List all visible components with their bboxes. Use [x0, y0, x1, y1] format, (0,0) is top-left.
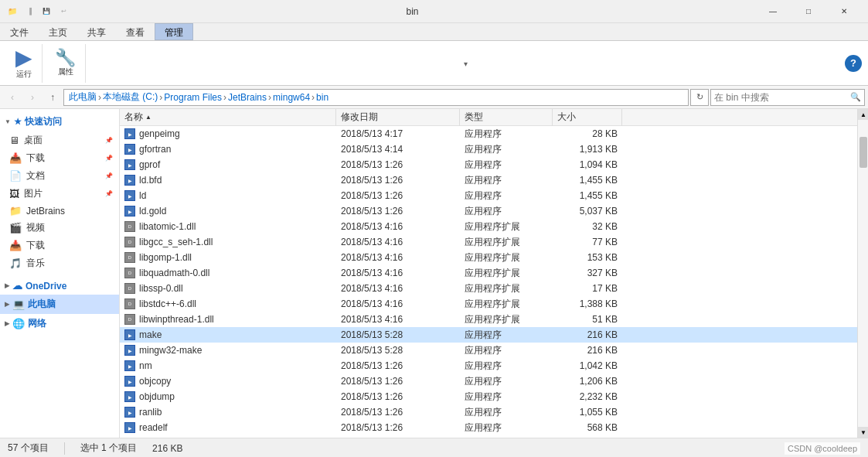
- file-name: D libstdc++-6.dll: [120, 296, 336, 312]
- file-name: ▶ ld: [120, 188, 336, 203]
- file-date: 2018/5/13 5:28: [336, 343, 460, 358]
- file-type: 应用程序: [460, 343, 553, 358]
- file-name: D libatomic-1.dll: [120, 219, 336, 234]
- table-row[interactable]: ▶ mingw32-make 2018/5/13 5:28 应用程序 216 K…: [120, 343, 857, 358]
- minimize-button[interactable]: —: [755, 0, 791, 23]
- table-row[interactable]: D libgcc_s_seh-1.dll 2018/5/13 4:16 应用程序…: [120, 234, 857, 250]
- path-segment-mingw64[interactable]: mingw64: [273, 92, 310, 103]
- docs-pin-icon: 📌: [105, 172, 113, 179]
- refresh-button[interactable]: ↻: [690, 89, 709, 106]
- scroll-up-button[interactable]: ▲: [858, 109, 868, 120]
- file-manager-icon: 📁: [6, 5, 19, 18]
- col-header-type[interactable]: 类型: [460, 109, 553, 126]
- table-row[interactable]: D libatomic-1.dll 2018/5/13 4:16 应用程序扩展 …: [120, 219, 857, 234]
- search-input[interactable]: [714, 92, 847, 103]
- sidebar-item-videos[interactable]: 🎬 视频: [0, 219, 119, 237]
- file-size: 1,094 KB: [553, 157, 622, 172]
- quick-access-header[interactable]: ▼ ★ 快速访问: [0, 112, 119, 131]
- col-size-label: 大小: [557, 111, 576, 124]
- onedrive-header[interactable]: ▶ ☁ OneDrive: [0, 277, 119, 295]
- file-list[interactable]: ▶ genpeimg 2018/5/13 4:17 应用程序 28 KB ▶ g…: [120, 126, 857, 438]
- scroll-thumb[interactable]: [859, 137, 867, 168]
- file-type: 应用程序: [460, 373, 553, 389]
- sidebar-item-jetbrains[interactable]: 📁 JetBrains: [0, 203, 119, 219]
- sidebar-item-docs[interactable]: 📄 文档 📌: [0, 167, 119, 185]
- sidebar-item-downloads1[interactable]: 📥 下载 📌: [0, 149, 119, 167]
- file-size: 216 KB: [553, 343, 622, 358]
- col-header-date[interactable]: 修改日期: [336, 109, 460, 126]
- table-row[interactable]: ▶ genpeimg 2018/5/13 4:17 应用程序 28 KB: [120, 126, 857, 142]
- close-button[interactable]: ✕: [826, 0, 862, 23]
- col-header-size[interactable]: 大小: [553, 109, 622, 126]
- desktop-pin-icon: 📌: [105, 137, 113, 144]
- path-segment-bin[interactable]: bin: [316, 92, 328, 103]
- thispc-header[interactable]: ▶ 💻 此电脑: [0, 295, 119, 314]
- exe-icon: ▶: [124, 407, 135, 418]
- path-segment-jetbrains[interactable]: JetBrains: [228, 92, 267, 103]
- table-row[interactable]: ▶ ranlib 2018/5/13 1:26 应用程序 1,055 KB: [120, 404, 857, 420]
- table-row[interactable]: ▶ make 2018/5/13 5:28 应用程序 216 KB: [120, 327, 857, 343]
- pictures-icon: 🖼: [9, 188, 19, 200]
- tab-file[interactable]: 文件: [0, 23, 39, 40]
- dll-icon: D: [124, 252, 135, 263]
- scroll-down-button[interactable]: ▼: [858, 427, 868, 438]
- forward-button[interactable]: ›: [23, 88, 42, 107]
- table-row[interactable]: ▶ readelf 2018/5/13 1:26 应用程序 568 KB: [120, 420, 857, 435]
- downloads2-label: 下载: [26, 239, 45, 252]
- table-row[interactable]: ▶ nm 2018/5/13 1:26 应用程序 1,042 KB: [120, 358, 857, 373]
- dll-icon: D: [124, 268, 135, 278]
- table-row[interactable]: ▶ objcopy 2018/5/13 1:26 应用程序 1,206 KB: [120, 373, 857, 389]
- window-controls[interactable]: — □ ✕: [755, 0, 862, 23]
- thispc-icon: 💻: [12, 298, 25, 310]
- file-date: 2018/5/13 4:16: [336, 219, 460, 234]
- table-row[interactable]: D libgomp-1.dll 2018/5/13 4:16 应用程序扩展 15…: [120, 250, 857, 265]
- sidebar-item-downloads2[interactable]: 📥 下载: [0, 237, 119, 254]
- sidebar-item-pictures[interactable]: 🖼 图片 📌: [0, 185, 119, 203]
- sort-arrow-icon: ▲: [145, 114, 151, 121]
- scroll-track[interactable]: [858, 120, 868, 427]
- table-row[interactable]: ▶ size 2018/5/13 1:26 应用程序 1,032 KB: [120, 435, 857, 438]
- downloads1-pin-icon: 📌: [105, 155, 113, 162]
- maximize-button[interactable]: □: [791, 0, 826, 23]
- table-row[interactable]: D libssp-0.dll 2018/5/13 4:16 应用程序扩展 17 …: [120, 281, 857, 296]
- downloads1-icon: 📥: [9, 152, 22, 164]
- dll-icon: D: [124, 314, 135, 325]
- table-row[interactable]: ▶ ld.gold 2018/5/13 1:26 应用程序 5,037 KB: [120, 203, 857, 219]
- back-button[interactable]: ‹: [3, 88, 22, 107]
- search-box[interactable]: 🔍: [710, 89, 865, 106]
- help-button[interactable]: ?: [845, 55, 862, 72]
- col-header-name[interactable]: 名称 ▲: [120, 109, 336, 126]
- table-row[interactable]: ▶ gprof 2018/5/13 1:26 应用程序 1,094 KB: [120, 157, 857, 172]
- file-size: 216 KB: [553, 327, 622, 343]
- tab-share[interactable]: 共享: [77, 23, 116, 40]
- up-button[interactable]: ↑: [43, 88, 62, 107]
- exe-icon: ▶: [124, 345, 135, 356]
- table-row[interactable]: D libwinpthread-1.dll 2018/5/13 4:16 应用程…: [120, 312, 857, 327]
- file-type: 应用程序扩展: [460, 281, 553, 296]
- path-segment-thispc[interactable]: 此电脑: [69, 90, 97, 104]
- file-name: D libssp-0.dll: [120, 281, 336, 296]
- table-row[interactable]: ▶ objdump 2018/5/13 1:26 应用程序 2,232 KB: [120, 389, 857, 404]
- tab-home[interactable]: 主页: [39, 23, 77, 40]
- table-row[interactable]: D libquadmath-0.dll 2018/5/13 4:16 应用程序扩…: [120, 265, 857, 281]
- file-date: 2018/5/13 1:26: [336, 358, 460, 373]
- file-type: 应用程序扩展: [460, 219, 553, 234]
- sidebar-item-music[interactable]: 🎵 音乐: [0, 254, 119, 272]
- ribbon-expand-icon[interactable]: ▾: [464, 58, 468, 69]
- table-row[interactable]: ▶ ld.bfd 2018/5/13 1:26 应用程序 1,455 KB: [120, 172, 857, 188]
- file-name: ▶ size: [120, 435, 336, 438]
- sidebar-item-desktop[interactable]: 🖥 桌面 📌: [0, 131, 119, 149]
- file-size: 1,913 KB: [553, 142, 622, 157]
- file-date: 2018/5/13 4:16: [336, 250, 460, 265]
- file-size: 1,206 KB: [553, 373, 622, 389]
- table-row[interactable]: ▶ gfortran 2018/5/13 4:14 应用程序 1,913 KB: [120, 142, 857, 157]
- tab-apptools[interactable]: 管理: [155, 23, 193, 40]
- network-header[interactable]: ▶ 🌐 网络: [0, 314, 119, 333]
- table-row[interactable]: ▶ ld 2018/5/13 1:26 应用程序 1,455 KB: [120, 188, 857, 203]
- right-scrollbar[interactable]: ▲ ▼: [857, 109, 868, 438]
- table-row[interactable]: D libstdc++-6.dll 2018/5/13 4:16 应用程序扩展 …: [120, 296, 857, 312]
- tab-view[interactable]: 查看: [116, 23, 155, 40]
- path-segment-drive[interactable]: 本地磁盘 (C:): [103, 90, 158, 104]
- path-segment-programfiles[interactable]: Program Files: [164, 92, 222, 103]
- address-path[interactable]: 此电脑 › 本地磁盘 (C:) › Program Files › JetBra…: [63, 89, 689, 106]
